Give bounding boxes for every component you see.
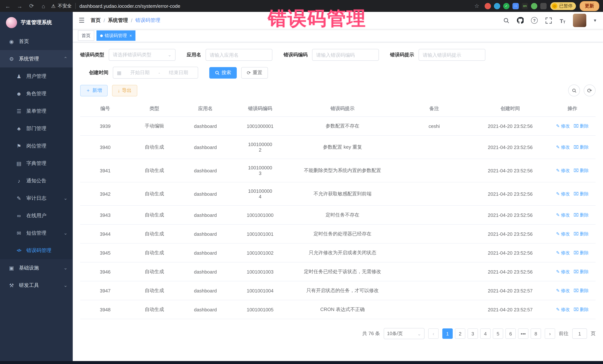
breadcrumb-item[interactable]: 系统管理 (108, 17, 128, 24)
home-icon[interactable]: ⌂ (39, 2, 47, 10)
page-size-select[interactable]: 10条/页 ⌄ (384, 328, 425, 339)
users-icon: ☻ (15, 91, 23, 97)
delete-link[interactable]: ⌧删除 (573, 306, 589, 313)
edit-link[interactable]: ✎修改 (556, 191, 570, 197)
close-icon[interactable]: × (129, 33, 132, 38)
error-code-input[interactable] (312, 49, 379, 61)
reset-button[interactable]: ⟳ 重置 (241, 67, 268, 78)
sidebar-item-菜单管理[interactable]: ☰菜单管理 (0, 102, 73, 120)
goto-page-input[interactable] (572, 328, 587, 339)
fullscreen-icon[interactable] (545, 17, 552, 24)
sidebar-item-label: 短信管理 (26, 230, 61, 236)
edit-link[interactable]: ✎修改 (556, 212, 570, 218)
delete-link[interactable]: ⌧删除 (573, 123, 589, 129)
font-size-icon[interactable]: TT (559, 17, 566, 24)
page-button-4[interactable]: 4 (480, 328, 491, 339)
delete-link[interactable]: ⌧删除 (573, 287, 589, 294)
app-name-input[interactable] (206, 49, 272, 61)
search-button[interactable]: 搜索 (209, 67, 237, 78)
sidebar-item-岗位管理[interactable]: ⚑岗位管理 (0, 137, 73, 154)
sidebar-item-短信管理[interactable]: ✉短信管理⌄ (0, 224, 73, 242)
sidebar-item-基础设施[interactable]: ▣基础设施⌄ (0, 259, 73, 276)
date-range-picker[interactable]: ▦ 开始日期 - 结束日期 (113, 67, 198, 78)
bookmark-star-icon[interactable]: ☆ (473, 2, 481, 10)
extension-on-icon[interactable]: on (522, 3, 528, 9)
more-pages-button[interactable]: ••• (518, 328, 528, 339)
help-icon[interactable]: ? (531, 17, 538, 24)
tab-首页[interactable]: 首页 (78, 30, 94, 41)
search-icon[interactable] (502, 17, 510, 24)
error-hint-input[interactable] (418, 49, 485, 61)
chevron-down-icon[interactable]: ▼ (593, 18, 597, 22)
extension-green-circle-icon[interactable] (531, 3, 537, 9)
sidebar-item-部门管理[interactable]: ♣部门管理 (0, 120, 73, 137)
delete-icon: ⌧ (573, 212, 579, 218)
page-button-1[interactable]: 1 (442, 328, 453, 339)
edit-link[interactable]: ✎修改 (556, 287, 570, 294)
sidebar-item-首页[interactable]: ◉首页 (0, 33, 73, 50)
page-button-5[interactable]: 5 (493, 328, 503, 339)
sidebar-item-研发工具[interactable]: ⚒研发工具⌄ (0, 276, 73, 294)
export-button[interactable]: ↓ 导出 (112, 85, 137, 96)
breadcrumb-item[interactable]: 首页 (91, 17, 101, 24)
edit-link[interactable]: ✎修改 (556, 250, 570, 256)
sidebar-item-字典管理[interactable]: ▤字典管理 (0, 154, 73, 172)
delete-link[interactable]: ⌧删除 (573, 144, 589, 150)
edit-link[interactable]: ✎修改 (556, 269, 570, 275)
sidebar-item-审计日志[interactable]: ✎审计日志⌄ (0, 189, 73, 207)
next-page-button[interactable]: › (545, 328, 555, 339)
page-buttons: 123456•••8 (442, 328, 541, 339)
paused-label: 已暂停 (559, 3, 573, 9)
plus-icon: ＋ (86, 87, 91, 94)
delete-link[interactable]: ⌧删除 (573, 250, 589, 256)
update-button[interactable]: 更新 (580, 1, 599, 11)
edit-link[interactable]: ✎修改 (556, 306, 570, 313)
edit-link[interactable]: ✎修改 (556, 123, 570, 129)
reload-icon[interactable]: ⟳ (27, 2, 36, 10)
delete-link[interactable]: ⌧删除 (573, 231, 589, 237)
cell-hint: 只允许修改为开启或者关闭状态 (288, 243, 397, 262)
extension-red-circle-icon[interactable] (485, 3, 491, 9)
sidebar-item-角色管理[interactable]: ☻角色管理 (0, 85, 73, 102)
sidebar-item-错误码管理[interactable]: </>错误码管理 (0, 242, 73, 259)
sidebar-item-系统管理[interactable]: ⚙系统管理⌃ (0, 50, 73, 67)
extension-green-check-icon[interactable]: ✓ (503, 3, 510, 9)
delete-link[interactable]: ⌧删除 (573, 212, 589, 218)
extension-puzzle-icon[interactable] (540, 3, 547, 9)
page-button-8[interactable]: 8 (531, 328, 541, 339)
table-row: 3945自动生成dashboard1001001002只允许修改为开启或者关闭状… (80, 243, 596, 262)
delete-link[interactable]: ⌧删除 (573, 167, 589, 174)
address-bar[interactable]: dashboard.yudao.iocoder.cn/system/error-… (79, 3, 180, 9)
add-button[interactable]: ＋ 新增 (80, 85, 108, 96)
error-type-select[interactable]: 请选择错误码类型 ⌄ (109, 49, 175, 61)
prev-page-button[interactable]: ‹ (428, 328, 439, 339)
extension-blue-grid-icon[interactable]: ∷ (512, 3, 519, 9)
hamburger-icon[interactable]: ☰ (79, 16, 85, 24)
cell-app: dashboard (178, 117, 232, 135)
security-chip[interactable]: ⚠ 不安全 (51, 3, 72, 9)
edit-link[interactable]: ✎修改 (556, 231, 570, 237)
sidebar-item-用户管理[interactable]: ♟用户管理 (0, 67, 73, 85)
toggle-search-button[interactable] (568, 85, 580, 96)
cell-app: dashboard (178, 224, 232, 243)
edit-link[interactable]: ✎修改 (556, 144, 570, 150)
refresh-table-button[interactable]: ⟳ (584, 85, 596, 96)
cell-type: 手动编辑 (130, 117, 178, 135)
user-avatar[interactable] (573, 14, 586, 27)
forward-icon[interactable]: → (16, 2, 24, 10)
tab-错误码管理[interactable]: 错误码管理× (96, 30, 136, 41)
delete-link[interactable]: ⌧删除 (573, 269, 589, 275)
page-button-2[interactable]: 2 (455, 328, 465, 339)
app-logo[interactable]: 芋道管理系统 (0, 12, 73, 33)
delete-link[interactable]: ⌧删除 (573, 191, 589, 197)
cell-app: dashboard (178, 182, 232, 206)
sidebar-item-通知公告[interactable]: ♪通知公告 (0, 172, 73, 189)
sidebar-item-在线用户[interactable]: ∞在线用户 (0, 207, 73, 224)
edit-link[interactable]: ✎修改 (556, 167, 570, 174)
github-icon[interactable] (517, 17, 524, 24)
profile-paused-badge[interactable]: ☺ 已暂停 (550, 2, 576, 10)
back-icon[interactable]: ← (4, 2, 12, 10)
extension-teal-drop-icon[interactable] (494, 3, 500, 9)
page-button-3[interactable]: 3 (468, 328, 478, 339)
page-button-6[interactable]: 6 (505, 328, 516, 339)
